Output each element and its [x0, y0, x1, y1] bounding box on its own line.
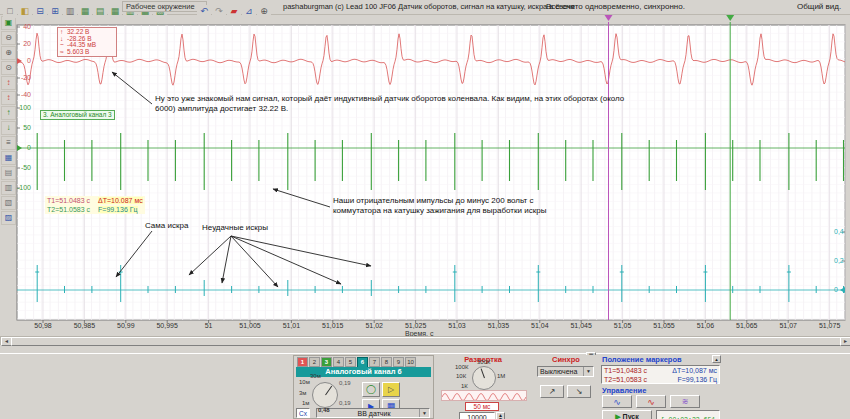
channel-tab-10[interactable]: 10: [405, 357, 416, 367]
sweep-panel: Развертка 1К 10К 100К 300К 1М 50 мс 1000…: [437, 355, 529, 419]
channel-tab-5[interactable]: 5: [345, 357, 356, 367]
oscillogram-plot[interactable]: [0, 0, 850, 336]
gain-label-3m: 3м: [299, 390, 306, 396]
samples-spinner[interactable]: 10000: [459, 412, 495, 419]
chart-side-toolbar: ▣⊖⊕⊙↕↕↑↓≡▦▤▥▧▨: [0, 15, 15, 225]
channel-indicator-icon[interactable]: ▣: [1, 16, 16, 30]
waveform-view-button[interactable]: ∿: [602, 395, 632, 408]
x-tick-label: 51,005: [230, 322, 270, 329]
markers-panel-title: Положение маркеров: [600, 355, 722, 364]
sweep-waveform-preview: [441, 390, 527, 401]
channel-tab-9[interactable]: 9: [393, 357, 404, 367]
cursor-t1: T1=51.0483 с: [47, 197, 90, 204]
channel-tab-8[interactable]: 8: [381, 357, 392, 367]
markers-panel-collapse-button[interactable]: ▴: [712, 355, 721, 363]
workspace-button[interactable]: Рабочее окружение▼: [122, 1, 207, 12]
channel-tab-4[interactable]: 4: [333, 357, 344, 367]
sensor-select[interactable]: ВВ датчик▼: [316, 408, 430, 418]
view-table-icon[interactable]: ▦: [108, 5, 122, 18]
zoom-mode-icon[interactable]: ⊕: [257, 5, 271, 18]
undo-icon[interactable]: ↶: [197, 5, 211, 18]
workspace-button-label: Рабочее окружение: [126, 2, 195, 11]
scroll-right-button[interactable]: ▸: [840, 337, 850, 346]
gain-label-30m: 30м: [310, 373, 321, 379]
channel-tab-1[interactable]: 1: [297, 357, 308, 367]
time-per-div-badge[interactable]: 50 мс: [465, 402, 499, 411]
scale-mode-icon[interactable]: ≡: [1, 136, 16, 150]
cursor-readout: T1=51.0483 сΔT=10.087 мс T2=51.0583 сF=9…: [45, 196, 145, 214]
rate-1m: 1М: [497, 373, 505, 379]
gain-knob[interactable]: [312, 382, 338, 408]
control-panel-title: Управление: [600, 386, 722, 395]
save-icon[interactable]: ⊟: [33, 5, 47, 18]
zoom-in-icon[interactable]: ⊕: [1, 46, 16, 60]
sync-mode-select[interactable]: Выключена▼: [537, 366, 594, 377]
chevron-down-icon: ▼: [419, 409, 429, 417]
cursor-handle-2[interactable]: [726, 15, 734, 21]
x-tick-label: 51,015: [313, 322, 353, 329]
waveform-record-button[interactable]: ∿: [636, 395, 666, 408]
panel-toggle-icon[interactable]: ▨: [1, 211, 16, 225]
x-tick-label: 50,995: [147, 322, 187, 329]
x-tick-label: 50,985: [64, 322, 104, 329]
export-icon[interactable]: ▥: [63, 5, 77, 18]
sync-rising-edge-button[interactable]: ↗: [540, 385, 564, 398]
chart-horizontal-scrollbar[interactable]: ◂ ▸: [0, 336, 850, 345]
bottom-control-panel: ▦ 12345678910 Аналоговый канал 6 1м 3м 1…: [0, 353, 850, 419]
x-tick-label: 51,07: [768, 322, 808, 329]
compress-vertical-icon[interactable]: ↓: [1, 121, 16, 135]
open-file-icon[interactable]: ◧: [18, 5, 32, 18]
view-spectrum-icon[interactable]: ▤: [93, 5, 107, 18]
new-file-icon[interactable]: □: [3, 5, 17, 18]
channels-list-icon[interactable]: ▤: [1, 166, 16, 180]
y-tick-label: -50: [15, 164, 31, 171]
scrollbar-thumb[interactable]: [11, 337, 841, 346]
start-button-label: Пуск: [623, 413, 639, 419]
shift-down-icon[interactable]: ↕: [1, 91, 16, 105]
rate-10k: 10К: [456, 373, 466, 379]
shift-up-icon[interactable]: ↕: [1, 76, 16, 90]
zoom-out-icon[interactable]: ⊖: [1, 31, 16, 45]
channel-tab-2[interactable]: 2: [309, 357, 320, 367]
x-tick-label: 51,05: [603, 322, 643, 329]
x-tick-label: 51,06: [685, 322, 725, 329]
mode-badge[interactable]: Сх: [296, 408, 310, 418]
cursor-dt: ΔT=10.087 мс: [98, 197, 143, 204]
rate-100k: 100К: [455, 364, 469, 370]
marker-t2-value: T2=51,0583 с: [604, 376, 647, 383]
sync-falling-edge-button[interactable]: ↘: [567, 385, 591, 398]
gain-value: 0,48: [318, 407, 330, 413]
y-tick-label: 0: [15, 144, 31, 151]
channel-tab-3[interactable]: 3: [321, 357, 332, 367]
measure-icon[interactable]: ⊿: [242, 5, 256, 18]
green-channel-label[interactable]: 3. Аналоговый канал 3: [40, 110, 115, 120]
x-tick-label: 51,055: [644, 322, 684, 329]
probe-button[interactable]: ▷: [382, 382, 400, 397]
view-oscillogram-icon[interactable]: ▦: [78, 5, 92, 18]
notes-icon[interactable]: ▧: [1, 196, 16, 210]
channel-tab-7[interactable]: 7: [369, 357, 380, 367]
cursor-handle-1[interactable]: [605, 15, 613, 21]
control-panel: Управление ∿ ∿ ≋ ▶ Пуск [ 00:02:23.651 ]: [600, 386, 722, 419]
multichannel-view-button[interactable]: ≋: [670, 395, 700, 408]
marker-f-value: F=99,136 Гц: [677, 375, 717, 384]
chevron-down-icon: ▼: [583, 367, 593, 376]
zoom-reset-icon[interactable]: ⊙: [1, 61, 16, 75]
oscilloscope-app: □◧⊟⊞▥▦▤▦▥▦▧ Рабочее окружение▼ ↶↷▰⊿⊕ pas…: [0, 0, 850, 419]
annotation-inductive-sensor: Ну это уже знакомый нам сигнал, который …: [155, 94, 625, 114]
redo-icon[interactable]: ↷: [212, 5, 226, 18]
x-tick-label: 51,035: [478, 322, 518, 329]
annotation-spark: Сама искра: [145, 221, 188, 231]
expand-vertical-icon[interactable]: ↑: [1, 106, 16, 120]
grid-settings-icon[interactable]: ▦: [1, 151, 16, 165]
save-all-icon[interactable]: ⊞: [48, 5, 62, 18]
samples-spinner-arrows[interactable]: ▲▼: [496, 412, 505, 419]
y-tick-label: -100: [15, 184, 31, 191]
x-tick-label: 51,045: [561, 322, 601, 329]
sweep-knob[interactable]: [472, 366, 496, 390]
measurements-icon[interactable]: ▥: [1, 181, 16, 195]
marker-pen-icon[interactable]: ▰: [227, 5, 241, 18]
calibrate-button[interactable]: ◯: [362, 382, 380, 397]
start-button[interactable]: ▶ Пуск: [602, 410, 652, 419]
sync-panel: Синхро Выключена▼ ↗ ↘: [536, 355, 596, 419]
